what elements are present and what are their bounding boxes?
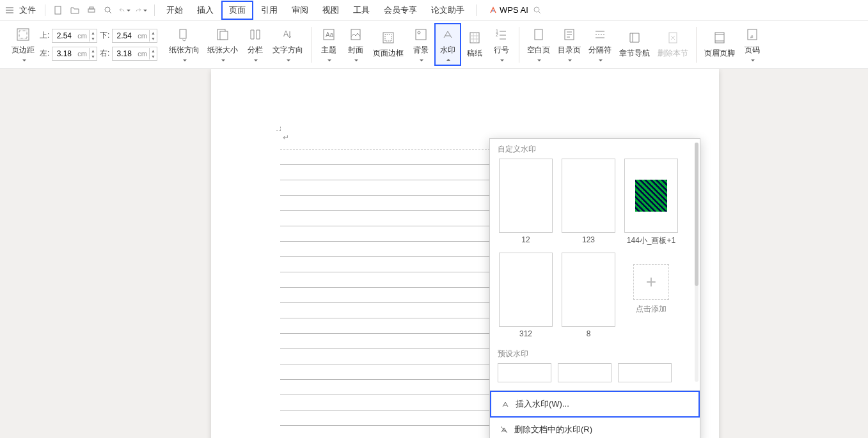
watermark-thumb-12[interactable]: 12 [498,159,554,246]
redo-icon[interactable] [136,4,147,16]
wps-ai-button[interactable]: WPS AI [489,5,528,15]
page-margin-label: 页边距 [12,45,35,56]
cover-button[interactable]: 封面 [342,24,369,65]
header-footer-icon [712,30,727,45]
orientation-button[interactable]: 纸张方向 [165,24,203,65]
insert-watermark-menu[interactable]: 插入水印(W)... [490,391,700,418]
separator-icon [592,27,608,42]
margin-inputs: 上: cm▲▼ 下: cm▲▼ 左: cm▲▼ 右: cm▲▼ [40,29,157,61]
page-border-button[interactable]: 页面边框 [369,27,407,61]
theme-button[interactable]: Aa主题 [315,24,342,65]
margin-bottom-label: 下: [100,30,109,41]
delete-section-button: 删除本节 [654,27,692,61]
svg-rect-21 [535,29,542,40]
svg-text:A: A [283,29,288,38]
page-border-icon [381,30,396,45]
line-number-button[interactable]: 12行号 [488,24,515,65]
watermark-thumb-312[interactable]: 312 [498,253,554,338]
header-footer-button[interactable]: 页眉页脚 [700,27,739,61]
delete-watermark-icon [499,425,509,435]
margin-left-label: 左: [40,48,49,59]
watermark-button[interactable]: 水印 [434,23,461,66]
menu-icon[interactable] [5,6,14,15]
draft-icon [467,30,482,45]
watermark-icon [440,27,455,42]
tab-thesis[interactable]: 论文助手 [425,2,471,19]
preset-thumb-1[interactable] [498,363,551,382]
preview-icon[interactable] [102,4,114,16]
blank-page-icon [531,27,546,42]
tab-member[interactable]: 会员专享 [377,2,423,19]
svg-rect-2 [90,7,93,9]
svg-point-4 [534,7,539,12]
watermark-icon [500,399,510,409]
svg-rect-18 [470,33,479,43]
print-icon[interactable] [86,4,97,16]
tab-review[interactable]: 审阅 [285,2,315,19]
margin-top-input[interactable]: cm▲▼ [52,29,97,43]
background-icon [413,27,429,42]
preset-watermark-section: 预设水印 [490,343,700,363]
svg-rect-6 [19,31,27,38]
separator [45,4,45,16]
svg-rect-9 [220,31,228,40]
dropdown-scrollbar[interactable] [695,143,698,382]
chapter-nav-button[interactable]: 章节导航 [615,27,654,61]
background-button[interactable]: 背景 [407,24,434,65]
separator-button[interactable]: 分隔符 [585,24,615,65]
svg-rect-1 [88,9,95,12]
paper-size-button[interactable]: 纸张大小 [203,24,242,65]
add-watermark-button[interactable]: +点击添加 [623,253,679,338]
paper-size-icon [215,27,230,42]
document-canvas[interactable]: ↵ 自定义水印 12 123 144小_画板+1 312 8 +点击添加 预设水… [0,69,868,438]
svg-rect-0 [55,6,61,14]
open-icon[interactable] [69,4,81,16]
tab-reference[interactable]: 引用 [255,2,284,19]
separator [154,4,155,16]
page-margin-button[interactable]: 页边距 [8,24,38,65]
watermark-thumb-8[interactable]: 8 [560,253,617,338]
svg-point-3 [105,7,110,12]
tab-view[interactable]: 视图 [316,2,345,19]
svg-text:2: 2 [496,33,498,37]
svg-rect-15 [385,35,391,41]
ribbon: 页边距 上: cm▲▼ 下: cm▲▼ 左: cm▲▼ 右: cm▲▼ 纸张方向… [0,20,868,69]
text-direction-button[interactable]: A文字方向 [269,24,307,65]
draft-button[interactable]: 稿纸 [461,27,488,61]
page-number-button[interactable]: #页码 [739,24,766,65]
margin-top-label: 上: [40,30,49,41]
delete-watermark-menu[interactable]: 删除文档中的水印(R) [490,418,700,438]
tab-start[interactable]: 开始 [160,2,189,19]
blank-page-button[interactable]: 空白页 [523,24,554,65]
svg-rect-16 [416,29,426,40]
menubar: 文件 开始 插入 页面 引用 审阅 视图 工具 会员专享 论文助手 WPS AI [0,0,868,20]
watermark-thumb-144[interactable]: 144小_画板+1 [623,159,679,246]
svg-rect-7 [180,29,186,38]
margin-group: 页边距 上: cm▲▼ 下: cm▲▼ 左: cm▲▼ 右: cm▲▼ [4,20,161,68]
toc-button[interactable]: 目录页 [554,24,585,65]
columns-icon [248,27,263,42]
margin-left-input[interactable]: cm▲▼ [52,47,97,61]
preset-thumb-3[interactable] [618,363,672,382]
watermark-thumb-123[interactable]: 123 [560,159,617,246]
file-menu[interactable]: 文件 [15,3,40,17]
watermark-dropdown: 自定义水印 12 123 144小_画板+1 312 8 +点击添加 预设水印 … [489,138,700,438]
margin-right-input[interactable]: cm▲▼ [112,47,157,61]
new-icon[interactable] [52,4,64,16]
svg-point-17 [418,31,420,34]
tab-page[interactable]: 页面 [221,1,253,20]
columns-button[interactable]: 分栏 [242,24,269,65]
chapter-nav-icon [627,30,642,45]
tab-tools[interactable]: 工具 [347,2,376,19]
undo-icon[interactable] [119,4,130,16]
preset-thumb-2[interactable] [558,363,612,382]
svg-rect-24 [715,33,724,43]
margin-bottom-input[interactable]: cm▲▼ [112,29,157,43]
custom-watermark-section: 自定义水印 [490,139,700,159]
svg-text:#: # [750,34,754,40]
delete-section-icon [665,30,681,45]
line-number-icon: 12 [494,27,509,42]
search-icon[interactable] [532,4,543,16]
wps-ai-icon [489,6,497,14]
tab-insert[interactable]: 插入 [191,2,220,19]
